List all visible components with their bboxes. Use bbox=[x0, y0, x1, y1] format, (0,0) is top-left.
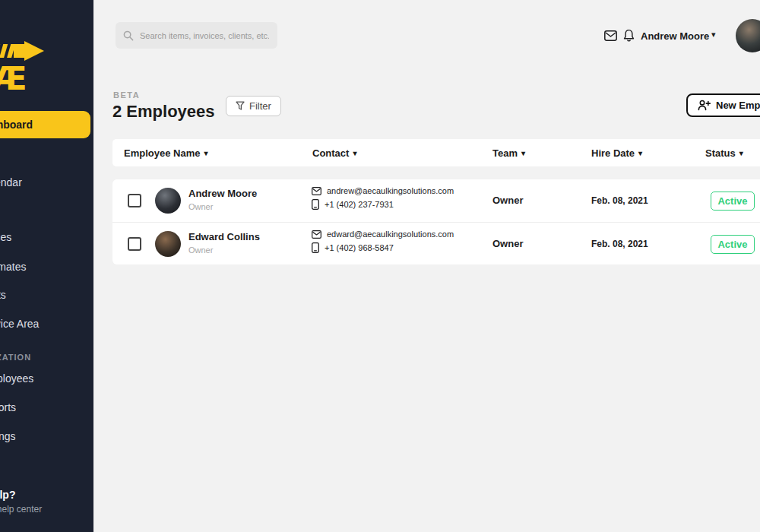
sidebar-item-label: Reports bbox=[0, 401, 16, 413]
sidebar-section-organization: ORGANIZATION bbox=[0, 353, 93, 368]
page-title: 2 Employees bbox=[112, 102, 215, 122]
employee-avatar bbox=[155, 231, 181, 257]
app-root: Æ Dashboard Calendar Invoices Estimates … bbox=[0, 0, 760, 532]
add-person-icon bbox=[698, 100, 711, 111]
column-header-employee-name[interactable]: Employee Name ▾ bbox=[124, 139, 207, 166]
team-cell: Owner bbox=[492, 195, 523, 206]
global-search bbox=[116, 22, 277, 49]
phone-icon bbox=[312, 199, 319, 210]
sidebar-item-label: Calendar bbox=[0, 176, 22, 188]
column-header-status[interactable]: Status ▾ bbox=[705, 139, 743, 166]
employee-role: Owner bbox=[188, 245, 260, 255]
chevron-down-icon[interactable]: ▾ bbox=[711, 30, 716, 40]
chevron-down-icon: ▾ bbox=[204, 149, 207, 157]
help-center-link[interactable]: Visit help center bbox=[0, 504, 93, 519]
sidebar-item-invoices[interactable]: Invoices bbox=[0, 231, 93, 246]
chevron-down-icon: ▾ bbox=[521, 149, 525, 157]
sidebar-item-label: Settings bbox=[0, 430, 16, 442]
column-header-hire-date[interactable]: Hire Date ▾ bbox=[591, 139, 642, 166]
employee-phone: +1 (402) 237-7931 bbox=[325, 200, 394, 209]
sidebar-item-calendar[interactable]: Calendar bbox=[0, 176, 93, 192]
sidebar-item-label: Clients bbox=[0, 289, 6, 301]
sidebar-item-estimates[interactable]: Estimates bbox=[0, 261, 93, 276]
employee-email: andrew@aecaulkingsolutions.com bbox=[327, 186, 454, 195]
table-row[interactable]: Andrew Moore Owner andrew@aecaulkingsolu… bbox=[112, 179, 760, 222]
sidebar-item-dashboard[interactable]: Dashboard bbox=[0, 111, 90, 138]
status-badge: Active bbox=[711, 192, 755, 211]
column-header-contact[interactable]: Contact ▾ bbox=[312, 139, 356, 166]
sidebar-item-settings[interactable]: Settings bbox=[0, 430, 93, 445]
sidebar-item-label: Employees bbox=[0, 372, 33, 385]
phone-icon bbox=[312, 242, 319, 253]
svg-text:Æ: Æ bbox=[0, 60, 27, 97]
notifications-bell-icon[interactable] bbox=[623, 29, 635, 46]
employee-email: edward@aecaulkingsolutions.com bbox=[327, 230, 454, 239]
chevron-down-icon: ▾ bbox=[739, 149, 743, 157]
sidebar-item-label: Dashboard bbox=[0, 119, 33, 131]
team-cell: Owner bbox=[492, 238, 523, 249]
brand-logo[interactable]: Æ bbox=[0, 40, 64, 97]
messages-icon[interactable] bbox=[604, 30, 617, 44]
employee-name-cell: Andrew Moore Owner bbox=[188, 188, 257, 211]
help-title: Need help? bbox=[0, 489, 93, 504]
contact-cell: edward@aecaulkingsolutions.com +1 (402) … bbox=[312, 230, 454, 253]
sidebar-item-service-area[interactable]: Service Area bbox=[0, 318, 93, 333]
sidebar-item-label: Service Area bbox=[0, 318, 39, 330]
employee-name: Andrew Moore bbox=[188, 188, 257, 199]
sidebar-item-label: Invoices bbox=[0, 231, 11, 243]
column-header-team[interactable]: Team ▾ bbox=[492, 139, 525, 166]
row-checkbox[interactable] bbox=[128, 237, 141, 251]
search-input[interactable] bbox=[140, 31, 269, 40]
employee-phone: +1 (402) 968-5847 bbox=[325, 243, 394, 252]
employee-role: Owner bbox=[188, 202, 257, 211]
hire-date-cell: Feb. 08, 2021 bbox=[591, 239, 648, 249]
email-icon bbox=[312, 230, 321, 239]
user-menu[interactable]: Andrew Moore bbox=[641, 30, 709, 42]
employees-table-header: Employee Name ▾ Contact ▾ Team ▾ Hire Da… bbox=[112, 139, 760, 166]
sidebar-item-label: Estimates bbox=[0, 261, 26, 273]
table-row[interactable]: Edward Collins Owner edward@aecaulkingso… bbox=[112, 222, 760, 264]
hire-date-cell: Feb. 08, 2021 bbox=[591, 195, 648, 206]
employee-name: Edward Collins bbox=[188, 231, 260, 242]
contact-cell: andrew@aecaulkingsolutions.com +1 (402) … bbox=[312, 186, 454, 210]
new-employee-button-label: New Employee bbox=[716, 100, 760, 111]
employee-avatar bbox=[155, 188, 181, 214]
row-checkbox[interactable] bbox=[128, 194, 141, 207]
filter-button[interactable]: Filter bbox=[226, 96, 281, 116]
sidebar: Æ Dashboard Calendar Invoices Estimates … bbox=[0, 0, 93, 532]
email-icon bbox=[312, 187, 321, 195]
sidebar-item-reports[interactable]: Reports bbox=[0, 401, 93, 416]
chevron-down-icon: ▾ bbox=[638, 149, 642, 157]
status-badge: Active bbox=[711, 235, 755, 254]
user-avatar[interactable] bbox=[736, 19, 760, 52]
new-employee-button[interactable]: New Employee bbox=[686, 93, 760, 117]
beta-badge: BETA bbox=[113, 90, 140, 100]
sidebar-item-employees[interactable]: Employees bbox=[0, 372, 93, 388]
sidebar-item-clients[interactable]: Clients bbox=[0, 289, 93, 304]
chevron-down-icon: ▾ bbox=[353, 149, 356, 157]
employee-name-cell: Edward Collins Owner bbox=[188, 231, 260, 255]
search-icon bbox=[123, 30, 134, 41]
funnel-icon bbox=[236, 101, 245, 111]
filter-button-label: Filter bbox=[249, 100, 271, 112]
employees-table-body: Andrew Moore Owner andrew@aecaulkingsolu… bbox=[112, 179, 760, 264]
caulking-gun-logo-icon: Æ bbox=[0, 40, 64, 97]
